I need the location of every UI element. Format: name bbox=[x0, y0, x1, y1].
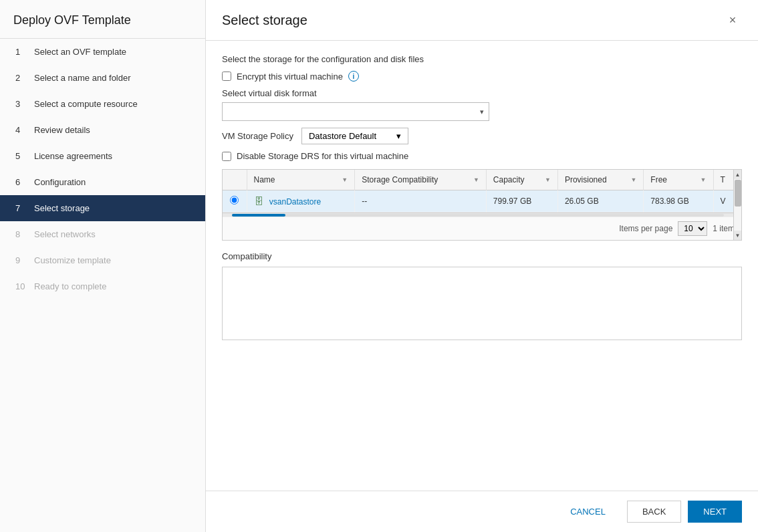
sidebar-step-1[interactable]: 1Select an OVF template bbox=[0, 39, 205, 65]
slider-track bbox=[232, 214, 724, 217]
items-per-page-label: Items per page bbox=[619, 224, 672, 233]
step-label: License agreements bbox=[34, 151, 112, 161]
disable-drs-label: Disable Storage DRS for this virtual mac… bbox=[237, 151, 408, 161]
sidebar-step-4[interactable]: 4Review details bbox=[0, 117, 205, 143]
radio-cell[interactable] bbox=[223, 190, 247, 213]
datastore-icon: 🗄 bbox=[254, 196, 263, 207]
th-provisioned[interactable]: Provisioned ▼ bbox=[557, 170, 643, 190]
free-cell: 783.98 GB bbox=[644, 190, 713, 213]
th-compat-label: Storage Compatibility bbox=[362, 175, 438, 184]
compatibility-label: Compatibility bbox=[222, 251, 742, 261]
th-name-label: Name bbox=[254, 175, 275, 184]
th-name[interactable]: Name ▼ bbox=[247, 170, 355, 190]
step-number: 5 bbox=[15, 151, 27, 161]
step-number: 6 bbox=[15, 177, 27, 187]
step-label: Select a compute resource bbox=[34, 99, 138, 109]
sidebar-step-5[interactable]: 5License agreements bbox=[0, 143, 205, 169]
items-per-page-select[interactable]: 10 25 50 bbox=[678, 221, 707, 236]
back-button[interactable]: BACK bbox=[627, 501, 681, 523]
compatibility-box bbox=[222, 267, 742, 340]
main-footer: CANCEL BACK NEXT bbox=[206, 491, 758, 532]
items-count: 1 item bbox=[713, 224, 735, 233]
cancel-button[interactable]: CANCEL bbox=[555, 501, 620, 523]
step-number: 7 bbox=[15, 203, 27, 213]
compat-filter-icon[interactable]: ▼ bbox=[473, 176, 479, 183]
step-label: Select storage bbox=[34, 203, 90, 213]
table-row[interactable]: 🗄 vsanDatastore -- 799.97 GB 26.05 GB 78… bbox=[223, 190, 733, 213]
name-filter-icon[interactable]: ▼ bbox=[342, 176, 348, 183]
vm-policy-dropdown[interactable]: Datastore Default ▾ bbox=[301, 128, 408, 144]
sidebar-step-2[interactable]: 2Select a name and folder bbox=[0, 65, 205, 91]
th-type-label: T bbox=[721, 175, 725, 184]
vm-policy-label: VM Storage Policy bbox=[222, 131, 293, 141]
page-title: Select storage bbox=[222, 13, 307, 28]
form-description: Select the storage for the configuration… bbox=[222, 54, 742, 64]
th-capacity-label: Capacity bbox=[493, 175, 525, 184]
th-storage-compatibility[interactable]: Storage Compatibility ▼ bbox=[355, 170, 487, 190]
sidebar-step-7[interactable]: 7Select storage bbox=[0, 195, 205, 221]
step-number: 4 bbox=[15, 125, 27, 135]
capacity-cell: 799.97 GB bbox=[486, 190, 557, 213]
encrypt-label: Encrypt this virtual machine bbox=[237, 72, 343, 82]
disk-format-select[interactable] bbox=[222, 102, 489, 121]
slider-thumb bbox=[232, 214, 285, 217]
main-content: Select the storage for the configuration… bbox=[206, 41, 758, 491]
table-footer: Items per page 10 25 50 1 item bbox=[223, 217, 741, 240]
info-icon[interactable]: i bbox=[348, 71, 359, 82]
table-scroll: Name ▼ Storage Compatibility ▼ bbox=[223, 170, 733, 217]
disk-format-wrapper bbox=[222, 102, 489, 121]
step-label: Customize template bbox=[34, 255, 111, 265]
datastore-name-cell[interactable]: 🗄 vsanDatastore bbox=[247, 190, 355, 213]
disk-format-label: Select virtual disk format bbox=[222, 88, 742, 98]
sidebar-step-6[interactable]: 6Configuration bbox=[0, 169, 205, 195]
next-button[interactable]: NEXT bbox=[688, 501, 742, 523]
scrollbar-up-button[interactable]: ▲ bbox=[734, 170, 742, 179]
th-capacity[interactable]: Capacity ▼ bbox=[486, 170, 557, 190]
compat-cell: -- bbox=[355, 190, 487, 213]
step-number: 1 bbox=[15, 47, 27, 57]
datastore-name[interactable]: vsanDatastore bbox=[269, 197, 321, 207]
storage-table-container: Name ▼ Storage Compatibility ▼ bbox=[222, 169, 742, 241]
sidebar-step-9: 9Customize template bbox=[0, 247, 205, 273]
vm-policy-row: VM Storage Policy Datastore Default ▾ bbox=[222, 128, 742, 144]
step-number: 2 bbox=[15, 73, 27, 83]
table-body: 🗄 vsanDatastore -- 799.97 GB 26.05 GB 78… bbox=[223, 190, 733, 213]
scrollbar-thumb[interactable] bbox=[735, 180, 741, 207]
scrollbar-track bbox=[734, 179, 742, 231]
step-label: Select a name and folder bbox=[34, 73, 131, 83]
encrypt-checkbox[interactable] bbox=[222, 72, 231, 81]
main-panel: Select storage × Select the storage for … bbox=[206, 0, 758, 532]
step-label: Select networks bbox=[34, 229, 96, 239]
dropdown-arrow-icon: ▾ bbox=[396, 131, 401, 141]
disable-drs-checkbox[interactable] bbox=[222, 152, 231, 161]
type-cell: V bbox=[713, 190, 733, 213]
disable-drs-row: Disable Storage DRS for this virtual mac… bbox=[222, 151, 742, 161]
sidebar-title: Deploy OVF Template bbox=[0, 0, 205, 39]
column-slider[interactable] bbox=[223, 213, 733, 217]
main-header: Select storage × bbox=[206, 0, 758, 41]
step-number: 8 bbox=[15, 229, 27, 239]
scrollbar-down-button[interactable]: ▼ bbox=[734, 231, 742, 240]
step-label: Ready to complete bbox=[34, 281, 106, 291]
free-filter-icon[interactable]: ▼ bbox=[701, 176, 707, 183]
th-free[interactable]: Free ▼ bbox=[644, 170, 713, 190]
provisioned-cell: 26.05 GB bbox=[557, 190, 643, 213]
close-button[interactable]: × bbox=[723, 11, 742, 29]
table-header-row: Name ▼ Storage Compatibility ▼ bbox=[223, 170, 733, 190]
sidebar: Deploy OVF Template 1Select an OVF templ… bbox=[0, 0, 206, 532]
vm-policy-value: Datastore Default bbox=[309, 131, 376, 141]
step-number: 10 bbox=[15, 281, 27, 291]
encrypt-row: Encrypt this virtual machine i bbox=[222, 71, 742, 82]
capacity-filter-icon[interactable]: ▼ bbox=[545, 176, 551, 183]
th-free-label: Free bbox=[650, 175, 667, 184]
step-number: 9 bbox=[15, 255, 27, 265]
step-label: Configuration bbox=[34, 177, 86, 187]
provisioned-filter-icon[interactable]: ▼ bbox=[630, 176, 636, 183]
sidebar-step-8: 8Select networks bbox=[0, 221, 205, 247]
th-type[interactable]: T bbox=[713, 170, 733, 190]
table-scrollbar: ▲ ▼ bbox=[733, 170, 741, 240]
th-radio bbox=[223, 170, 247, 190]
sidebar-step-3[interactable]: 3Select a compute resource bbox=[0, 91, 205, 117]
row-radio[interactable] bbox=[230, 196, 239, 205]
sidebar-step-10: 10Ready to complete bbox=[0, 273, 205, 299]
